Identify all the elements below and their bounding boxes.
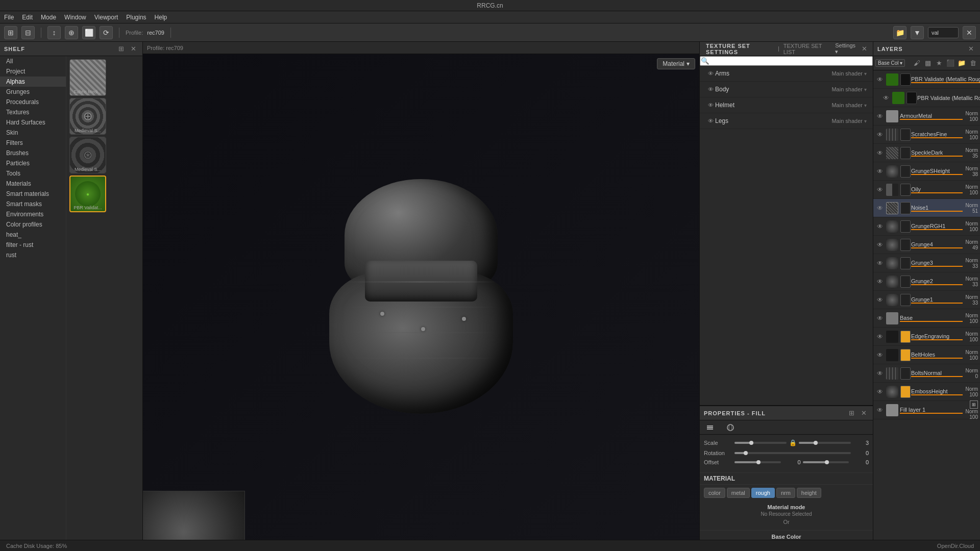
layers-delete-btn[interactable]: 🗑 [968, 58, 978, 68]
menu-mode[interactable]: Mode [41, 14, 56, 21]
eye-icon-body[interactable]: 👁 [706, 85, 715, 94]
shelf-item-pbr[interactable]: ● PBR Validat... [69, 176, 106, 212]
props-tab-layers[interactable] [700, 420, 720, 434]
menu-plugins[interactable]: Plugins [126, 14, 146, 21]
toolbar-grid2-btn[interactable]: ⊟ [21, 26, 35, 39]
texture-set-list-tab[interactable]: TEXTURE SET LIST [783, 43, 827, 55]
tss-dropdown-helmet[interactable]: ▾ [864, 103, 867, 108]
layers-fx-btn[interactable]: ★ [934, 58, 944, 68]
props-tab-sphere[interactable] [720, 420, 741, 434]
layers-group-btn[interactable]: 📁 [957, 58, 967, 68]
toolbar-filter-btn[interactable]: ▼ [911, 26, 924, 39]
layers-close-btn[interactable]: ✕ [966, 44, 976, 54]
shelf-cat-rust[interactable]: rust [0, 250, 66, 260]
tss-item-arms[interactable]: 👁 Arms Main shader ▾ [700, 66, 873, 82]
eye-belt[interactable]: 👁 [875, 350, 885, 360]
shelf-cat-color-profiles[interactable]: Color profiles [0, 219, 66, 230]
layers-paint-btn[interactable]: 🖌 [912, 58, 922, 68]
layer-grunge1[interactable]: 👁 Grunge1 Norm 33 [873, 291, 980, 309]
scale-slider[interactable] [734, 442, 787, 444]
shelf-item-medieval1[interactable]: ⊕ Medieval S... [69, 98, 106, 135]
menu-viewport[interactable]: Viewport [94, 14, 118, 21]
scale-lock-icon[interactable]: 🔒 [789, 439, 797, 447]
tss-item-body[interactable]: 👁 Body Main shader ▾ [700, 82, 873, 97]
eye-icon-helmet[interactable]: 👁 [706, 101, 715, 110]
menu-file[interactable]: File [4, 14, 14, 21]
shelf-cat-skin[interactable]: Skin [0, 128, 66, 138]
shelf-cat-hard-surfaces[interactable]: Hard Surfaces [0, 117, 66, 128]
layer-emboss-height[interactable]: 👁 EmbossHeight Norm 100 [873, 383, 980, 401]
shelf-cat-particles[interactable]: Particles [0, 158, 66, 168]
offset-slider-y-handle[interactable] [825, 460, 829, 464]
toolbar-clock-btn[interactable]: ⟳ [100, 26, 113, 39]
scale-slider2[interactable] [799, 442, 851, 444]
shelf-cat-all[interactable]: All [0, 56, 66, 66]
eye-edge[interactable]: 👁 [875, 332, 885, 341]
toolbar-move-btn[interactable]: ↕ [47, 26, 61, 39]
tss-item-helmet[interactable]: 👁 Helmet Main shader ▾ [700, 97, 873, 113]
eye-pbr1[interactable]: 👁 [875, 75, 885, 84]
layer-edge-engraving[interactable]: 👁 EdgeEngraving Norm 100 [873, 328, 980, 346]
layer-copy-icon[interactable]: ⊞ [970, 400, 978, 409]
toolbar-search-btn[interactable]: ✕ [963, 26, 976, 39]
tss-dropdown-arms[interactable]: ▾ [864, 71, 867, 77]
layer-pbr-validate-1[interactable]: 👁 PBR Validate (Metallic Roughne... Pthr… [873, 70, 980, 89]
offset-slider-x-handle[interactable] [756, 460, 761, 464]
layer-belt-holes[interactable]: 👁 BeltHoles Norm 100 [873, 346, 980, 364]
layer-grunge-sheight[interactable]: 👁 GrungeSHeight Norm 38 [873, 162, 980, 181]
layer-noise1[interactable]: 👁 Noise1 Norm 51 [873, 199, 980, 217]
menu-help[interactable]: Help [155, 14, 167, 21]
eye-grunge2[interactable]: 👁 [875, 277, 885, 286]
shelf-cat-tools[interactable]: Tools [0, 168, 66, 179]
shelf-cat-materials[interactable]: Materials [0, 179, 66, 189]
eye-grunge3[interactable]: 👁 [875, 259, 885, 268]
eye-grunge1[interactable]: 👁 [875, 295, 885, 305]
toolbar-shelf-btn[interactable]: 📁 [893, 26, 906, 39]
panel-close-btn[interactable]: ✕ [860, 44, 869, 54]
layer-grunge-rgh1[interactable]: 👁 GrungeRGH1 Norm 100 [873, 217, 980, 236]
layer-oily[interactable]: 👁 Oily Norm 100 [873, 181, 980, 199]
tss-search-input[interactable] [700, 56, 873, 66]
shelf-cat-filter-rust[interactable]: filter - rust [0, 240, 66, 250]
layer-speckle-dark[interactable]: 👁 SpeckleDark Norm 35 [873, 144, 980, 162]
texture-set-settings-tab[interactable]: TEXTURE SET SETTINGS [704, 43, 774, 55]
tss-item-legs[interactable]: 👁 Legs Main shader ▾ [700, 113, 873, 129]
material-dropdown[interactable]: Material ▾ [657, 58, 695, 69]
eye-grunge4[interactable]: 👁 [875, 240, 885, 249]
menu-edit[interactable]: Edit [22, 14, 33, 21]
eye-base[interactable]: 👁 [875, 314, 885, 323]
offset-slider-y[interactable] [803, 461, 849, 463]
mat-tab-color[interactable]: color [704, 488, 725, 498]
layers-mask-btn[interactable]: ⬛ [945, 58, 955, 68]
eye-pbr2[interactable]: 👁 [881, 93, 891, 103]
menu-window[interactable]: Window [64, 14, 86, 21]
eye-grgh1[interactable]: 👁 [875, 222, 885, 231]
scale-slider2-handle[interactable] [814, 441, 818, 445]
layer-armour-metal[interactable]: 👁 ArmourMetal Norm 100 [873, 107, 980, 126]
rotation-slider[interactable] [734, 452, 851, 454]
layer-bolts-normal[interactable]: 👁 BoltsNormal Norm 0 [873, 364, 980, 383]
eye-bolts[interactable]: 👁 [875, 369, 885, 378]
layers-fill-btn[interactable]: ▩ [923, 58, 933, 68]
toolbar-frame-btn[interactable]: ⬜ [82, 26, 95, 39]
shelf-grid-view-btn[interactable]: ⊞ [116, 44, 126, 54]
layer-base[interactable]: 👁 Base Norm 100 [873, 309, 980, 328]
offset-slider-x[interactable] [734, 461, 781, 463]
layer-scratches-fine[interactable]: 👁 ScratchesFine Norm 100 [873, 126, 980, 144]
rotation-slider-handle[interactable] [744, 451, 748, 455]
shelf-cat-smart-masks[interactable]: Smart masks [0, 199, 66, 209]
eye-armour[interactable]: 👁 [875, 112, 885, 121]
shelf-cat-filters[interactable]: Filters [0, 138, 66, 148]
toolbar-anchor-btn[interactable]: ⊕ [65, 26, 78, 39]
layer-grunge2[interactable]: 👁 Grunge2 Norm 33 [873, 272, 980, 291]
eye-icon-legs[interactable]: 👁 [706, 116, 715, 126]
mat-tab-rough[interactable]: rough [751, 488, 775, 498]
layer-fill-1[interactable]: 👁 Fill layer 1 ⊞ Norm 100 [873, 401, 980, 419]
eye-scratches[interactable]: 👁 [875, 130, 885, 139]
shelf-item-fabric[interactable]: Fabric Medi... [69, 59, 106, 96]
toolbar-grid1-btn[interactable]: ⊞ [4, 26, 17, 39]
tss-dropdown-body[interactable]: ▾ [864, 87, 867, 92]
shelf-cat-textures[interactable]: Textures [0, 107, 66, 117]
shelf-cat-heat[interactable]: heat_ [0, 230, 66, 240]
eye-fill1[interactable]: 👁 [875, 406, 885, 415]
